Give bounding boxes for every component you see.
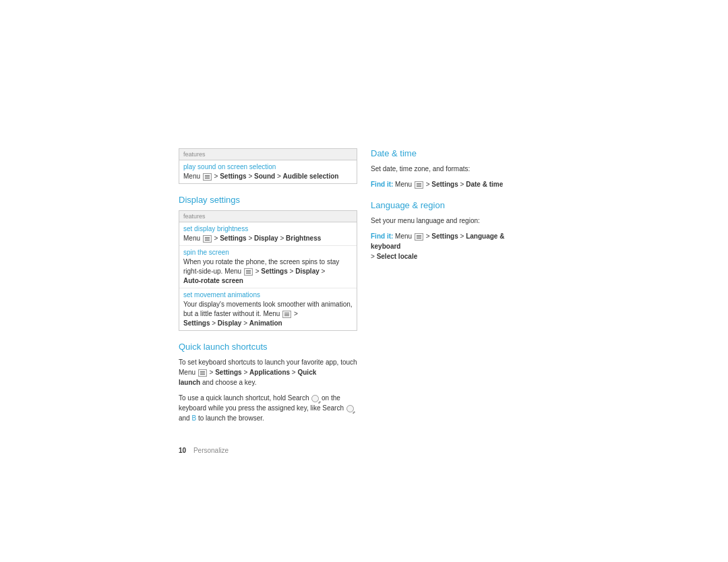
date-time-desc: Set date, time zone, and formats: [371, 164, 526, 174]
date-time-find-label: Find it: [371, 181, 393, 188]
menu-icon [203, 173, 212, 181]
sound-features-table: features play sound on screen selection … [179, 148, 357, 184]
play-sound-feature-desc: Menu > Settings > Sound > Audible select… [183, 173, 338, 180]
menu-icon-spin [244, 268, 253, 276]
display-features-header: features [179, 211, 357, 222]
date-time-find-it: Find it: Menu > Settings > Date & time [371, 179, 526, 189]
search-icon-ql2 [346, 405, 354, 412]
play-sound-feature-title: play sound on screen selection [183, 163, 353, 170]
brightness-feature-row: set display brightness Menu > Settings >… [179, 222, 357, 246]
animation-feature-row: set movement animations Your display's m… [179, 288, 357, 330]
sound-feature-row: play sound on screen selection Menu > Se… [179, 160, 357, 183]
search-icon-ql [311, 395, 319, 402]
spin-screen-feature-row: spin the screen When you rotate the phon… [179, 246, 357, 288]
language-region-section: Language & region Set your menu language… [371, 200, 526, 261]
language-region-heading: Language & region [371, 200, 526, 210]
animation-feature-desc: Your display's movements look smoother w… [183, 301, 353, 327]
brightness-feature-title: set display brightness [183, 225, 353, 232]
spin-screen-feature-title: spin the screen [183, 249, 353, 256]
spin-screen-feature-desc: When you rotate the phone, the screen sp… [183, 258, 339, 284]
menu-icon-animation [282, 311, 291, 318]
date-time-section: Date & time Set date, time zone, and for… [371, 148, 526, 189]
language-region-desc: Set your menu language and region: [371, 216, 526, 226]
menu-icon-brightness [203, 235, 212, 243]
display-features-table: features set display brightness Menu > S… [179, 210, 357, 331]
date-time-heading: Date & time [371, 148, 526, 158]
menu-icon-ql1 [198, 369, 207, 377]
page-number: 10 [179, 447, 186, 454]
page-footer: 10 Personalize [179, 447, 229, 454]
brightness-feature-desc: Menu > Settings > Display > Brightness [183, 235, 321, 242]
language-region-find-it: Find it: Menu > Settings > Language & ke… [371, 231, 526, 261]
language-region-find-label: Find it: [371, 232, 393, 240]
quick-launch-para2: To use a quick launch shortcut, hold Sea… [179, 393, 357, 423]
display-settings-section: Display settings features set display br… [179, 195, 357, 331]
quick-launch-section: Quick launch shortcuts To set keyboard s… [179, 342, 357, 423]
display-settings-heading: Display settings [179, 195, 357, 205]
menu-icon-lang [415, 233, 423, 241]
sound-features-header: features [179, 149, 357, 160]
quick-launch-para1: To set keyboard shortcuts to launch your… [179, 357, 357, 387]
animation-feature-title: set movement animations [183, 291, 353, 299]
menu-icon-dt [415, 181, 423, 189]
page-label: Personalize [193, 447, 229, 454]
quick-launch-heading: Quick launch shortcuts [179, 342, 357, 352]
